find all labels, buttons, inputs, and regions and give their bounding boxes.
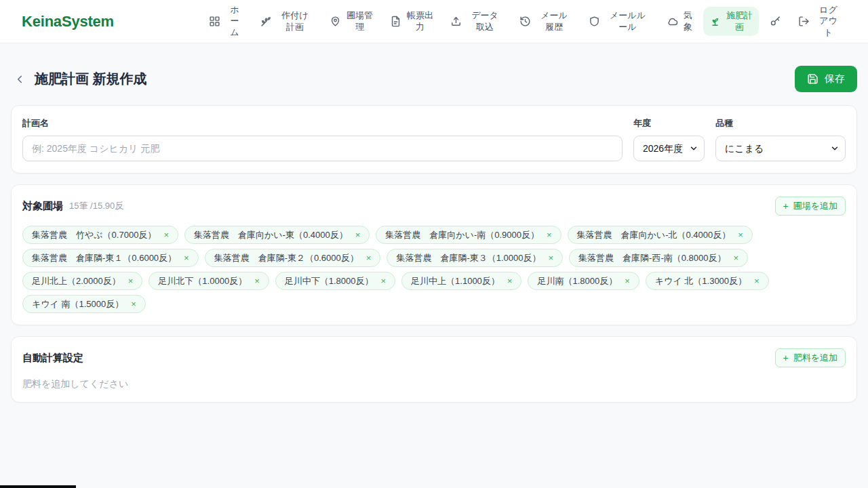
grid-icon (209, 16, 220, 27)
key-icon (770, 16, 781, 27)
top-navigation: KeinaSystem ホーム 作付け計画 圃場管理 帳票出力 データ取込 メー… (0, 0, 868, 43)
nav-item-label: 作付け計画 (277, 10, 313, 33)
remove-field-button[interactable]: × (355, 230, 361, 239)
field-tag: 足川中下（1.8000反）× (275, 272, 395, 290)
year-select[interactable]: 2026年度 (633, 136, 705, 161)
nav-item-field-management[interactable]: 圃場管理 (323, 7, 379, 36)
page-header: 施肥計画 新規作成 保存 (11, 66, 857, 92)
nav-item-mail-rules[interactable]: メールルール (583, 7, 656, 36)
remove-field-button[interactable]: × (738, 230, 743, 239)
brand-logo: KeinaSystem (22, 13, 114, 30)
field-tag-label: 足川北上（2.0000反） (32, 275, 121, 287)
remove-field-button[interactable]: × (163, 230, 169, 239)
field-tag-label: 集落営農 倉庫隣-東３（1.0000反） (396, 252, 540, 264)
back-button[interactable] (11, 70, 28, 88)
field-tag: 集落営農 倉庫向かい-南（0.9000反）× (376, 226, 561, 244)
plan-name-group: 計画名 (22, 117, 623, 161)
field-tag-label: 足川中上（1.1000反） (411, 275, 500, 287)
remove-field-button[interactable]: × (625, 277, 630, 285)
wheat-icon (260, 16, 272, 27)
field-tag: キウイ 南（1.5000反）× (22, 295, 146, 313)
plus-icon: + (783, 353, 789, 363)
field-tag-label: 集落営農 倉庫隣-西-南（0.8000反） (578, 252, 726, 264)
remove-field-button[interactable]: × (733, 253, 738, 262)
cloud-icon (667, 16, 678, 27)
nav-item-report-output[interactable]: 帳票出力 (384, 7, 439, 36)
remove-field-button[interactable]: × (754, 277, 760, 285)
remove-field-button[interactable]: × (507, 277, 513, 285)
target-fields-card: 対象圃場 15筆 /15.90反 + 圃場を追加 集落営農 竹やぶ（0.7000… (11, 184, 857, 325)
field-tag: キウイ 北（1.3000反）× (646, 272, 769, 290)
field-tag-label: 集落営農 倉庫向かい-東（0.4000反） (194, 229, 348, 241)
field-tag: 集落営農 倉庫向かい-東（0.4000反）× (184, 226, 370, 244)
remove-field-button[interactable]: × (128, 277, 134, 285)
auto-calc-title: 自動計算設定 (22, 352, 83, 365)
variety-select[interactable]: にこまる (715, 136, 846, 161)
nav-item-label: データ取込 (467, 10, 502, 33)
save-button[interactable]: 保存 (795, 66, 857, 92)
save-button-label: 保存 (825, 73, 845, 85)
field-tag-label: 集落営農 倉庫隣-東１（0.6000反） (32, 252, 176, 264)
nav-item-fertilization-plan[interactable]: 施肥計画 (703, 7, 759, 36)
main-content: 施肥計画 新規作成 保存 計画名 年度 2026年度 (0, 66, 868, 403)
auto-calc-card: 自動計算設定 + 肥料を追加 肥料を追加してください (11, 336, 857, 403)
nav-item-weather[interactable]: 気象 (660, 7, 698, 36)
plan-name-input[interactable] (22, 136, 623, 161)
nav-item-data-import[interactable]: データ取込 (444, 7, 509, 36)
add-fertilizer-button[interactable]: + 肥料を追加 (775, 348, 846, 367)
shield-icon (589, 16, 600, 27)
logout-icon (798, 16, 810, 27)
nav-items: ホーム 作付け計画 圃場管理 帳票出力 データ取込 メール履歴 メールルール (203, 1, 848, 42)
field-tag-label: 足川中下（1.8000反） (285, 275, 374, 287)
field-tag: 足川北上（2.0000反）× (22, 272, 142, 290)
field-tag: 集落営農 倉庫隣-東３（1.0000反）× (387, 249, 563, 267)
remove-field-button[interactable]: × (131, 300, 136, 308)
chevron-left-icon (14, 73, 26, 85)
remove-field-button[interactable]: × (184, 253, 189, 262)
field-tag-label: キウイ 南（1.5000反） (32, 298, 123, 310)
remove-field-button[interactable]: × (254, 277, 260, 285)
remove-field-button[interactable]: × (547, 230, 552, 239)
key-button[interactable] (764, 10, 787, 33)
nav-item-label: ホーム (226, 5, 243, 39)
add-field-button[interactable]: + 圃場を追加 (775, 197, 846, 216)
remove-field-button[interactable]: × (548, 253, 553, 262)
nav-item-label: 圃場管理 (347, 10, 373, 33)
plus-icon: + (783, 201, 789, 211)
nav-item-label: メールルール (606, 10, 650, 33)
sprout-icon (709, 16, 721, 27)
variety-group: 品種 にこまる (715, 117, 846, 161)
field-tag-label: 集落営農 倉庫向かい-南（0.9000反） (385, 229, 539, 241)
nav-item-label: 帳票出力 (407, 10, 433, 33)
add-field-button-label: 圃場を追加 (793, 200, 837, 212)
fields-section-title: 対象圃場 (22, 200, 63, 213)
nav-item-mail-history[interactable]: メール履歴 (513, 7, 578, 36)
remove-field-button[interactable]: × (380, 277, 386, 285)
field-tag: 足川南（1.8000反）× (528, 272, 639, 290)
nav-item-planting-plan[interactable]: 作付け計画 (254, 7, 319, 36)
page-title: 施肥計画 新規作成 (35, 70, 147, 88)
year-group: 年度 2026年度 (633, 117, 705, 161)
nav-item-logout[interactable]: ログアウト (792, 1, 848, 42)
plan-name-label: 計画名 (22, 117, 623, 129)
add-fertilizer-button-label: 肥料を追加 (793, 352, 837, 364)
remove-field-button[interactable]: × (366, 253, 372, 262)
empty-state-text: 肥料を追加してください (22, 378, 846, 390)
save-icon (807, 73, 818, 85)
history-icon (519, 16, 531, 27)
field-tag: 足川北下（1.0000反）× (149, 272, 269, 290)
plan-form-card: 計画名 年度 2026年度 品種 にこまる (11, 105, 857, 174)
nav-item-label: 気象 (684, 10, 692, 33)
field-tag: 集落営農 倉庫向かい-北（0.4000反）× (568, 226, 753, 244)
nav-item-label: 施肥計画 (726, 10, 753, 33)
field-tag: 集落営農 倉庫隣-東２（0.6000反）× (205, 249, 381, 267)
upload-icon (450, 16, 462, 27)
document-icon (390, 16, 401, 27)
field-tag: 集落営農 倉庫隣-東１（0.6000反）× (22, 249, 199, 267)
nav-item-home[interactable]: ホーム (203, 1, 250, 42)
field-tag-label: 足川南（1.8000反） (537, 275, 617, 287)
map-pin-icon (330, 16, 341, 27)
field-tag-label: 集落営農 倉庫隣-東２（0.6000反） (214, 252, 359, 264)
field-tag: 集落営農 倉庫隣-西-南（0.8000反）× (569, 249, 748, 267)
bottom-edge-bar (0, 485, 76, 488)
